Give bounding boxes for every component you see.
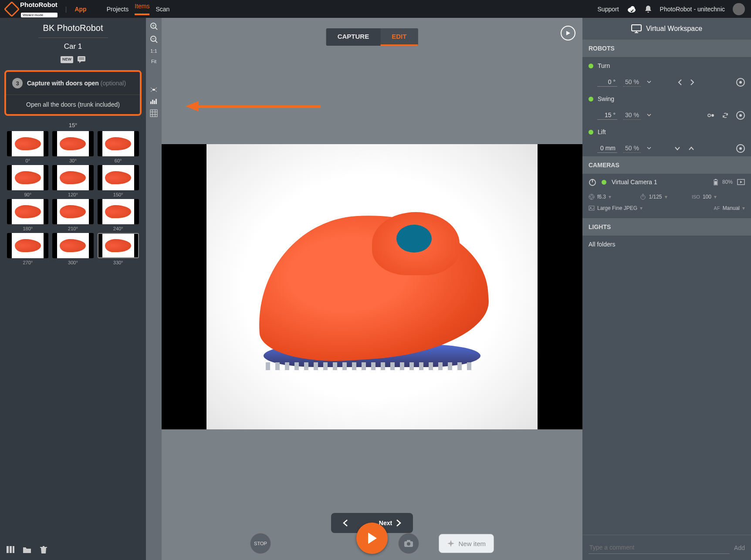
chevron-down-icon[interactable] xyxy=(647,146,651,150)
annotation-arrow xyxy=(186,103,321,109)
right-panel: Virtual Workspace ROBOTS Turn 0 °50 % Sw… xyxy=(582,18,751,560)
chevron-down-icon[interactable] xyxy=(647,80,651,84)
workspace-header[interactable]: Virtual Workspace xyxy=(582,18,751,40)
thumb-180°[interactable]: 180° xyxy=(6,199,50,231)
svg-line-17 xyxy=(156,88,157,89)
project-title[interactable]: BK PhotoRobot xyxy=(0,23,146,33)
section-lights[interactable]: LIGHTS xyxy=(582,218,751,236)
section-cameras[interactable]: CAMERAS xyxy=(582,156,751,174)
folder-icon[interactable] xyxy=(23,545,31,554)
svg-line-18 xyxy=(151,91,152,92)
turn-value[interactable]: 0 ° xyxy=(597,78,617,87)
new-item-button[interactable]: New item xyxy=(439,534,494,553)
prev-button[interactable] xyxy=(342,519,348,527)
robot-swing-controls[interactable]: 15 °30 % xyxy=(582,108,751,123)
stop-button[interactable]: STOP xyxy=(250,533,271,554)
svg-rect-2 xyxy=(78,56,85,61)
add-comment-button[interactable]: Add xyxy=(734,544,745,551)
thumb-210°[interactable]: 210° xyxy=(51,199,95,231)
thumb-240°[interactable]: 240° xyxy=(96,199,140,231)
mode-tabs: CAPTURE EDIT xyxy=(326,28,418,46)
thumb-300°[interactable]: 300° xyxy=(51,233,95,265)
lift-value[interactable]: 0 mm xyxy=(597,145,617,153)
nav-scan[interactable]: Scan xyxy=(156,6,169,13)
shutter-setting[interactable]: 1/125▾ xyxy=(640,191,691,202)
new-badge[interactable]: NEW xyxy=(61,56,73,63)
chevron-down-icon[interactable] xyxy=(674,146,680,151)
lift-speed[interactable]: 50 % xyxy=(623,145,641,153)
avatar[interactable] xyxy=(733,3,745,15)
tab-capture[interactable]: CAPTURE xyxy=(326,28,381,46)
brand-name: PhotoRobot xyxy=(20,1,58,8)
svg-point-36 xyxy=(711,114,714,117)
app-link[interactable]: App xyxy=(74,6,86,13)
thumb-120°[interactable]: 120° xyxy=(51,165,95,197)
liveview-icon[interactable] xyxy=(737,179,745,185)
photo-backdrop xyxy=(206,144,538,429)
next-button[interactable]: Next xyxy=(379,519,402,527)
zoom-out-icon[interactable] xyxy=(150,35,158,43)
svg-rect-5 xyxy=(7,546,9,553)
thumb-90°[interactable]: 90° xyxy=(6,165,50,197)
item-title[interactable]: Car 1 xyxy=(0,42,146,51)
zoom-fit[interactable]: Fit xyxy=(151,59,156,64)
svg-rect-15 xyxy=(152,89,155,91)
zoom-in-icon[interactable] xyxy=(150,22,158,30)
comment-input[interactable] xyxy=(589,541,730,554)
chevron-left-icon[interactable] xyxy=(678,79,682,85)
target-icon[interactable] xyxy=(736,144,745,153)
nav-items[interactable]: Items xyxy=(135,3,149,15)
cloud-icon[interactable] xyxy=(627,4,636,14)
af-mode-setting[interactable]: AFManual▾ xyxy=(679,202,745,214)
lights-folders[interactable]: All folders xyxy=(582,236,751,253)
tab-edit[interactable]: EDIT xyxy=(380,28,418,46)
nav-projects[interactable]: Projects xyxy=(107,6,129,13)
sparkle-icon xyxy=(447,540,455,547)
trash-icon[interactable] xyxy=(39,545,48,554)
thumb-0°[interactable]: 0° xyxy=(6,131,50,163)
playback-icon[interactable] xyxy=(561,26,575,40)
user-name[interactable]: PhotoRobot - unitechnic xyxy=(660,6,725,13)
svg-rect-41 xyxy=(714,181,717,185)
swing-speed[interactable]: 30 % xyxy=(623,111,641,120)
thumb-60°[interactable]: 60° xyxy=(96,131,140,163)
svg-line-19 xyxy=(156,91,157,92)
thumb-150°[interactable]: 150° xyxy=(96,165,140,197)
thumb-30°[interactable]: 30° xyxy=(51,131,95,163)
light-tool-icon[interactable] xyxy=(150,87,158,93)
target-icon[interactable] xyxy=(736,78,745,87)
support-link[interactable]: Support xyxy=(598,6,619,13)
chevron-down-icon[interactable] xyxy=(647,113,651,117)
section-robots[interactable]: ROBOTS xyxy=(582,40,751,57)
thumb-330°[interactable]: 330° xyxy=(96,233,140,265)
thumb-270°[interactable]: 270° xyxy=(6,233,50,265)
swing-value[interactable]: 15 ° xyxy=(597,111,617,120)
link-icon[interactable] xyxy=(707,113,714,118)
format-setting[interactable]: Large Fine JPEG▾ xyxy=(589,202,679,214)
aperture-icon xyxy=(589,194,595,200)
chevron-up-icon[interactable] xyxy=(688,146,694,151)
camera-button[interactable] xyxy=(398,533,419,554)
robot-lift-controls[interactable]: 0 mm50 % xyxy=(582,141,751,156)
bell-icon[interactable] xyxy=(644,5,652,13)
aperture-setting[interactable]: f6.3▾ xyxy=(589,191,640,202)
comment-icon[interactable] xyxy=(78,56,85,63)
svg-rect-24 xyxy=(150,110,157,117)
zoom-1to1[interactable]: 1:1 xyxy=(150,48,157,54)
turn-speed[interactable]: 50 % xyxy=(623,78,641,87)
timer-icon xyxy=(640,194,646,200)
rotate-icon[interactable] xyxy=(722,112,728,118)
histogram-icon[interactable] xyxy=(150,98,158,104)
chevron-right-icon[interactable] xyxy=(690,79,694,85)
grid-icon[interactable] xyxy=(150,109,158,117)
monitor-icon xyxy=(631,24,642,33)
robot-turn-controls[interactable]: 0 °50 % xyxy=(582,74,751,90)
target-icon[interactable] xyxy=(736,111,745,120)
columns-icon[interactable] xyxy=(6,545,15,554)
power-icon[interactable] xyxy=(589,178,596,186)
sidebar-footer xyxy=(0,539,146,560)
logo[interactable]: PhotoRobot Wizard mode xyxy=(6,1,58,17)
camera-name[interactable]: Virtual Camera 1 xyxy=(612,179,657,186)
battery-icon xyxy=(714,179,718,186)
iso-setting[interactable]: ISO100▾ xyxy=(692,191,743,202)
